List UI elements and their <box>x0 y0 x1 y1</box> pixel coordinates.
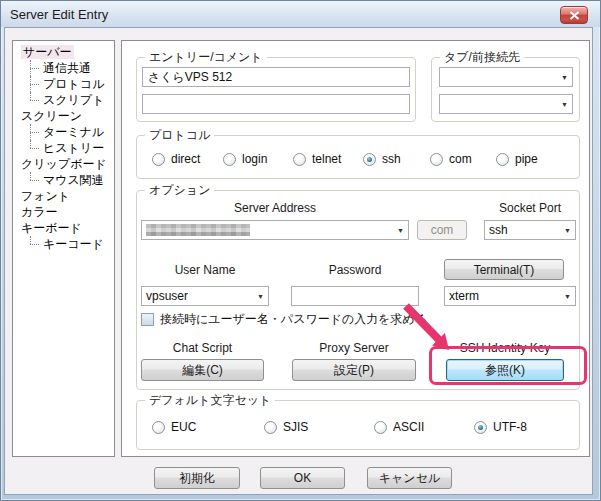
init-button[interactable]: 初期化 <box>154 467 240 489</box>
comment-input[interactable] <box>142 94 410 114</box>
charset-radio-ascii[interactable]: ASCII <box>374 420 424 434</box>
entry-comment-group: エントリー/コメント さくらVPS 512 <box>136 57 416 122</box>
terminal-type-combo[interactable]: xterm ▼ <box>444 286 576 306</box>
window-title: Server Edit Entry <box>10 7 108 22</box>
dropdown-arrow-icon: ▼ <box>560 227 571 234</box>
radio-indicator <box>293 153 306 166</box>
tab-group-label: タブ/前接続先 <box>440 50 524 64</box>
masked-server-address <box>146 224 250 236</box>
entry-name-input[interactable]: さくらVPS 512 <box>142 67 410 87</box>
radio-indicator <box>152 153 165 166</box>
chat-script-label: Chat Script <box>141 341 264 355</box>
ok-button[interactable]: OK <box>260 467 345 489</box>
tree-item-keyboard[interactable]: キーボード <box>16 220 114 236</box>
options-group-label: オプション <box>145 183 214 197</box>
protocol-radio-com[interactable]: com <box>430 152 472 166</box>
prompt-credentials-label: 接続時にユーザー名・パスワードの入力を求める <box>160 311 427 328</box>
dropdown-arrow-icon: ▼ <box>253 293 264 300</box>
protocol-radio-pipe[interactable]: pipe <box>496 152 538 166</box>
radio-indicator <box>152 421 165 434</box>
tree-item-terminal[interactable]: ターミナル <box>16 124 114 140</box>
protocol-radio-ssh[interactable]: ssh <box>363 152 401 166</box>
tree-item-mouse[interactable]: マウス関連 <box>16 172 114 188</box>
charset-radio-sjis[interactable]: SJIS <box>264 420 308 434</box>
tree-item-protocol[interactable]: プロトコル <box>16 76 114 92</box>
socket-port-combo[interactable]: ssh ▼ <box>484 220 576 240</box>
dropdown-arrow-icon: ▼ <box>557 101 568 108</box>
server-address-label: Server Address <box>141 201 409 215</box>
socket-port-label: Socket Port <box>484 201 576 215</box>
com-button[interactable]: com <box>417 220 467 240</box>
tree-item-clipboard[interactable]: クリップボード <box>16 156 114 172</box>
protocol-group: プロトコル direct login telnet ssh com pipe <box>136 135 580 179</box>
protocol-group-label: プロトコル <box>145 128 214 142</box>
dialog-client-area: サーバー 通信共通 プロトコル スクリプト スクリーン ターミナル ヒストリー … <box>4 27 593 495</box>
charset-radio-utf8[interactable]: UTF-8 <box>474 420 527 434</box>
tab-combo[interactable]: ▼ <box>439 67 573 87</box>
radio-indicator <box>223 153 236 166</box>
dropdown-arrow-icon: ▼ <box>557 74 568 81</box>
protocol-radio-telnet[interactable]: telnet <box>293 152 341 166</box>
user-name-label: User Name <box>141 263 269 277</box>
checkbox-indicator <box>141 313 154 326</box>
radio-indicator <box>363 153 376 166</box>
ssh-identity-key-label: SSH Identity Key <box>442 341 568 355</box>
protocol-radio-login[interactable]: login <box>223 152 267 166</box>
prompt-credentials-checkbox[interactable]: 接続時にユーザー名・パスワードの入力を求める <box>141 311 427 328</box>
settings-tree: サーバー 通信共通 プロトコル スクリプト スクリーン ターミナル ヒストリー … <box>12 40 115 457</box>
tree-item-script[interactable]: スクリプト <box>16 92 114 108</box>
options-group: オプション Server Address Socket Port ▼ com s… <box>136 190 580 390</box>
tree-item-communication-common[interactable]: 通信共通 <box>16 60 114 76</box>
radio-indicator <box>374 421 387 434</box>
tree-item-screen[interactable]: スクリーン <box>16 108 114 124</box>
edit-chat-script-button[interactable]: 編集(C) <box>141 359 264 381</box>
server-address-combo[interactable]: ▼ <box>141 220 409 240</box>
dropdown-arrow-icon: ▼ <box>560 293 571 300</box>
terminal-button[interactable]: Terminal(T) <box>444 259 564 280</box>
radio-indicator <box>496 153 509 166</box>
server-settings-panel: エントリー/コメント さくらVPS 512 タブ/前接続先 ▼ ▼ プロトコル … <box>121 40 590 457</box>
radio-indicator <box>474 421 487 434</box>
tree-item-font[interactable]: フォント <box>16 188 114 204</box>
radio-indicator <box>264 421 277 434</box>
close-button[interactable] <box>560 6 588 24</box>
dropdown-arrow-icon: ▼ <box>393 227 404 234</box>
tree-item-color[interactable]: カラー <box>16 204 114 220</box>
radio-indicator <box>430 153 443 166</box>
password-input[interactable] <box>291 286 419 306</box>
previous-connection-combo[interactable]: ▼ <box>439 94 573 114</box>
proxy-settings-button[interactable]: 設定(P) <box>292 359 416 381</box>
protocol-radio-direct[interactable]: direct <box>152 152 200 166</box>
tree-item-keycode[interactable]: キーコード <box>16 236 114 252</box>
close-icon <box>569 11 580 20</box>
cancel-button[interactable]: キャンセル <box>367 467 452 489</box>
proxy-server-label: Proxy Server <box>292 341 416 355</box>
tree-item-history[interactable]: ヒストリー <box>16 140 114 156</box>
charset-group-label: デフォルト文字セット <box>145 393 275 407</box>
browse-ssh-key-button[interactable]: 参照(K) <box>446 359 564 381</box>
password-label: Password <box>291 263 419 277</box>
entry-comment-group-label: エントリー/コメント <box>145 50 267 64</box>
tab-previous-connection-group: タブ/前接続先 ▼ ▼ <box>431 57 580 122</box>
tree-item-server[interactable]: サーバー <box>16 44 114 60</box>
user-name-combo[interactable]: vpsuser ▼ <box>141 286 269 306</box>
charset-radio-euc[interactable]: EUC <box>152 420 196 434</box>
title-bar: Server Edit Entry <box>1 1 600 27</box>
default-charset-group: デフォルト文字セット EUC SJIS ASCII UTF-8 <box>136 400 580 450</box>
server-edit-entry-dialog: Server Edit Entry サーバー 通信共通 プロトコル スクリプト … <box>0 0 601 501</box>
